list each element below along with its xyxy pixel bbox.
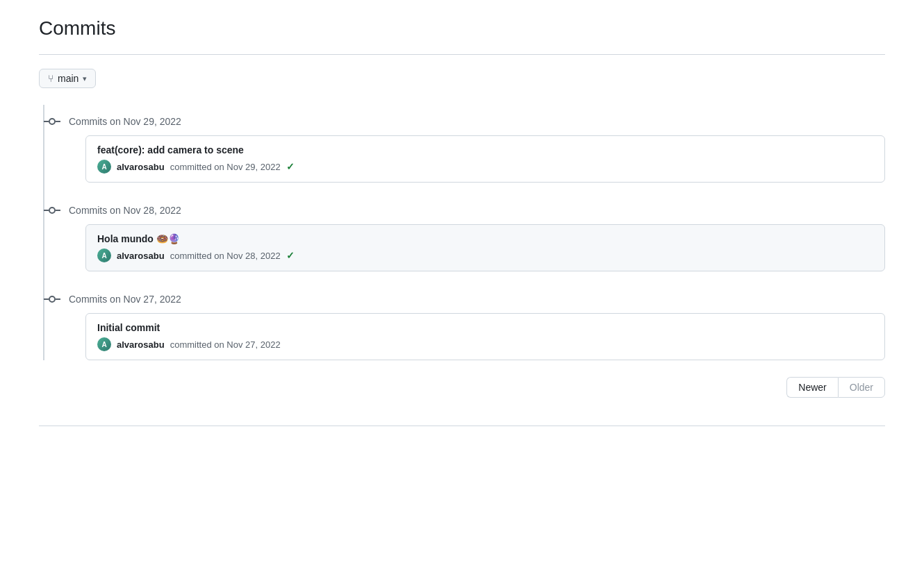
commit-card-c1: feat(core): add camera to scene A alvaro… <box>85 135 885 183</box>
verified-check-c2: ✓ <box>286 250 295 261</box>
commits-nov28: Hola mundo 🍩🔮 A alvarosabu committed on … <box>55 224 885 271</box>
newer-button[interactable]: Newer <box>786 377 837 398</box>
day-group-nov28: Commits on Nov 28, 2022 Hola mundo 🍩🔮 A … <box>49 194 885 271</box>
avatar-c1: A <box>97 160 111 174</box>
day-label-nov28: Commits on Nov 28, 2022 <box>69 205 181 216</box>
day-group-nov29: Commits on Nov 29, 2022 feat(core): add … <box>49 105 885 183</box>
top-divider <box>39 54 885 55</box>
commit-title-c3: Initial commit <box>97 322 873 333</box>
bottom-divider <box>39 426 885 426</box>
commit-title-c1: feat(core): add camera to scene <box>97 144 873 155</box>
node-circle <box>49 296 56 303</box>
commit-meta-c3: A alvarosabu committed on Nov 27, 2022 <box>97 337 873 351</box>
timeline-node-nov27 <box>44 296 60 303</box>
commits-nov29: feat(core): add camera to scene A alvaro… <box>55 135 885 183</box>
day-label-nov27: Commits on Nov 27, 2022 <box>69 294 181 305</box>
avatar-initials: A <box>101 252 106 260</box>
day-header-nov28: Commits on Nov 28, 2022 <box>49 194 885 224</box>
commits-timeline: Commits on Nov 29, 2022 feat(core): add … <box>39 105 885 360</box>
older-button[interactable]: Older <box>838 377 885 398</box>
commit-author-c2[interactable]: alvarosabu <box>117 251 165 261</box>
page-container: Commits ⑂ main ▾ Commits on Nov 29, 2022… <box>0 0 924 454</box>
branch-selector-button[interactable]: ⑂ main ▾ <box>39 69 96 88</box>
commit-date-c1: committed on Nov 29, 2022 <box>170 162 281 172</box>
commit-date-c2: committed on Nov 28, 2022 <box>170 251 281 261</box>
day-header-nov27: Commits on Nov 27, 2022 <box>49 283 885 313</box>
commit-card-c2: Hola mundo 🍩🔮 A alvarosabu committed on … <box>85 224 885 271</box>
chevron-down-icon: ▾ <box>83 74 87 83</box>
branch-icon: ⑂ <box>48 73 53 84</box>
timeline-node-nov29 <box>44 118 60 125</box>
commit-meta-c1: A alvarosabu committed on Nov 29, 2022 ✓ <box>97 160 873 174</box>
day-header-nov29: Commits on Nov 29, 2022 <box>49 105 885 135</box>
node-circle <box>49 207 56 214</box>
verified-check-c1: ✓ <box>286 161 295 172</box>
avatar-c2: A <box>97 249 111 262</box>
commit-meta-c2: A alvarosabu committed on Nov 28, 2022 ✓ <box>97 249 873 262</box>
commit-author-c1[interactable]: alvarosabu <box>117 162 165 172</box>
commit-author-c3[interactable]: alvarosabu <box>117 339 165 350</box>
node-circle <box>49 118 56 125</box>
branch-name: main <box>58 73 79 84</box>
day-label-nov29: Commits on Nov 29, 2022 <box>69 116 181 127</box>
avatar-c3: A <box>97 337 111 351</box>
commit-card-c3: Initial commit A alvarosabu committed on… <box>85 313 885 360</box>
page-title: Commits <box>39 14 885 43</box>
day-group-nov27: Commits on Nov 27, 2022 Initial commit A… <box>49 283 885 360</box>
commit-title-c2: Hola mundo 🍩🔮 <box>97 233 873 244</box>
avatar-initials: A <box>101 163 106 171</box>
timeline-node-nov28 <box>44 207 60 214</box>
timeline-line <box>43 105 44 360</box>
commits-nov27: Initial commit A alvarosabu committed on… <box>55 313 885 360</box>
pagination: Newer Older <box>39 377 885 398</box>
commit-date-c3: committed on Nov 27, 2022 <box>170 339 281 350</box>
avatar-initials: A <box>101 341 106 348</box>
